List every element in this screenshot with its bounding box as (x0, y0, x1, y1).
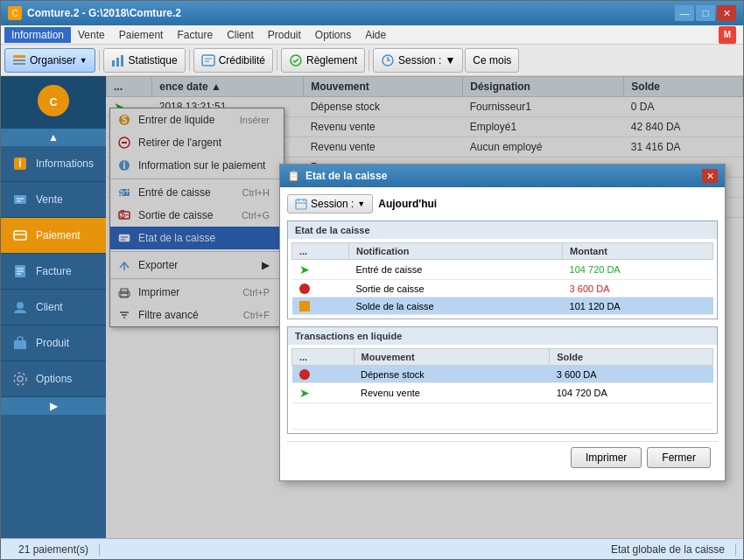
svg-rect-2 (13, 63, 25, 65)
content-area: C ▲ i Informations Vente (1, 76, 743, 538)
trans-row-solde: 104 720 DA (550, 383, 713, 403)
svg-point-26 (18, 376, 23, 382)
cemoins-button[interactable]: Ce mois (465, 48, 519, 73)
svg-rect-0 (13, 55, 25, 58)
trans-row-label: Revenu vente (354, 383, 550, 403)
maximize-button[interactable]: □ (696, 5, 715, 21)
minimize-button[interactable]: — (675, 5, 694, 21)
separator-1 (99, 50, 100, 71)
etat-row-montant: 104 720 DA (563, 260, 713, 280)
sidebar-item-options[interactable]: Options (1, 361, 106, 397)
menu-facture[interactable]: Facture (170, 27, 220, 43)
sidebar: C ▲ i Informations Vente (1, 76, 106, 538)
svg-rect-5 (121, 55, 123, 66)
sidebar-item-informations[interactable]: i Informations (1, 146, 106, 182)
transactions-table: ... Mouvement Solde (291, 348, 713, 430)
menu-client[interactable]: Client (220, 27, 261, 43)
sidebar-logo: C (36, 83, 71, 122)
etat-row-label: Solde de la caisse (348, 298, 562, 315)
section-etat-caisse: Etat de la caisse ... Notification Monta… (287, 220, 718, 319)
reglement-button[interactable]: Règlement (281, 48, 365, 73)
svg-text:C: C (50, 96, 58, 108)
modal-close-button[interactable]: ✕ (702, 169, 718, 183)
etat-row-label: Entré de caisse (348, 260, 562, 280)
modal-today-label: Aujourd'hui (378, 198, 437, 210)
modal-session-dropdown-icon: ▼ (357, 200, 365, 208)
reglement-icon (289, 53, 303, 67)
yellow-square-icon (299, 301, 310, 312)
sidebar-item-facture[interactable]: Facture (1, 254, 106, 290)
etat-row-montant: 3 600 DA (563, 280, 713, 298)
svg-rect-3 (112, 60, 115, 66)
etat-row-icon: ➤ (292, 260, 349, 280)
etat-caisse-modal: 📋 Etat de la caisse ✕ Session : ▼ (279, 164, 726, 481)
menu-vente[interactable]: Vente (71, 27, 112, 43)
modal-title-icon: 📋 (287, 170, 300, 182)
section-etat-title: Etat de la caisse (288, 221, 717, 239)
svg-rect-48 (296, 200, 306, 209)
red-circle-icon (299, 369, 310, 380)
organiser-button[interactable]: Organiser ▼ (4, 48, 95, 73)
sidebar-item-client[interactable]: Client (1, 290, 106, 326)
svg-point-27 (14, 373, 26, 385)
table-row[interactable]: Solde de la caisse 101 120 DA (292, 298, 713, 315)
section-transactions-title: Transactions en liquide (288, 327, 717, 345)
gmail-icon[interactable]: M (719, 26, 736, 44)
trans-col-indicator: ... (292, 349, 354, 366)
table-row[interactable]: Sortie de caisse 3 600 DA (292, 280, 713, 298)
session-label: Session : (398, 54, 441, 66)
facture-sidebar-icon (11, 262, 29, 280)
svg-rect-18 (14, 231, 26, 240)
etat-col-montant: Montant (563, 243, 713, 260)
sidebar-item-vente[interactable]: Vente (1, 182, 106, 218)
etat-col-indicator: ... (292, 243, 349, 260)
modal-session-button[interactable]: Session : ▼ (287, 194, 373, 214)
sidebar-up-arrow[interactable]: ▲ (1, 129, 106, 146)
trans-row-label: Dépense stock (354, 366, 550, 383)
etat-row-label: Sortie de caisse (348, 280, 562, 298)
trans-col-solde: Solde (550, 349, 713, 366)
sidebar-item-paiement[interactable]: Paiement (1, 218, 106, 254)
modal-title: Etat de la caisse (305, 170, 702, 182)
close-button[interactable]: ✕ (717, 5, 736, 21)
status-bar: 21 paiement(s) Etat globale de la caisse (1, 538, 743, 559)
etat-table: ... Notification Montant ➤ (291, 242, 713, 315)
sidebar-item-produit[interactable]: Produit (1, 326, 106, 361)
modal-imprimer-button[interactable]: Imprimer (571, 447, 642, 468)
separator-4 (368, 50, 369, 71)
menu-produit[interactable]: Produit (261, 27, 308, 43)
statistique-icon (111, 53, 125, 67)
credibilite-button[interactable]: Crédibilité (193, 48, 273, 73)
session-dropdown[interactable]: ▼ (445, 54, 455, 66)
sidebar-produit-label: Produit (36, 337, 69, 349)
statistique-label: Statistique (129, 54, 178, 66)
svg-text:i: i (18, 158, 21, 170)
table-row[interactable]: Dépense stock 3 600 DA (292, 366, 713, 383)
modal-footer: Imprimer Fermer (287, 441, 718, 473)
trans-row-icon (292, 366, 354, 383)
modal-fermer-button[interactable]: Fermer (647, 447, 711, 468)
sidebar-paiement-label: Paiement (36, 229, 81, 242)
etat-row-montant: 101 120 DA (563, 298, 713, 315)
toolbar: Organiser ▼ Statistique Crédibilité Règl… (1, 45, 743, 76)
trans-row-solde: 3 600 DA (550, 366, 713, 383)
sidebar-down-arrow[interactable]: ▶ (1, 397, 106, 415)
menu-options[interactable]: Options (308, 27, 358, 43)
green-arrow-icon: ➤ (299, 262, 310, 276)
menu-paiement[interactable]: Paiement (112, 27, 171, 43)
sidebar-logo-area: C (1, 76, 106, 129)
menu-information[interactable]: Information (4, 27, 71, 43)
credibilite-label: Crédibilité (219, 54, 265, 66)
separator-3 (277, 50, 277, 71)
info-sidebar-icon: i (11, 155, 29, 172)
statistique-button[interactable]: Statistique (103, 48, 186, 73)
table-row[interactable]: ➤ Entré de caisse 104 720 DA (292, 260, 713, 280)
table-row[interactable]: ➤ Revenu vente 104 720 DA (292, 383, 713, 403)
reglement-label: Règlement (306, 54, 357, 66)
organiser-dropdown-icon: ▼ (80, 56, 88, 65)
menu-aide[interactable]: Aide (358, 27, 393, 43)
credibilite-icon (201, 53, 215, 67)
client-sidebar-icon (11, 298, 29, 316)
session-area[interactable]: Session : ▼ (373, 48, 463, 73)
trans-col-mouvement: Mouvement (354, 349, 550, 366)
